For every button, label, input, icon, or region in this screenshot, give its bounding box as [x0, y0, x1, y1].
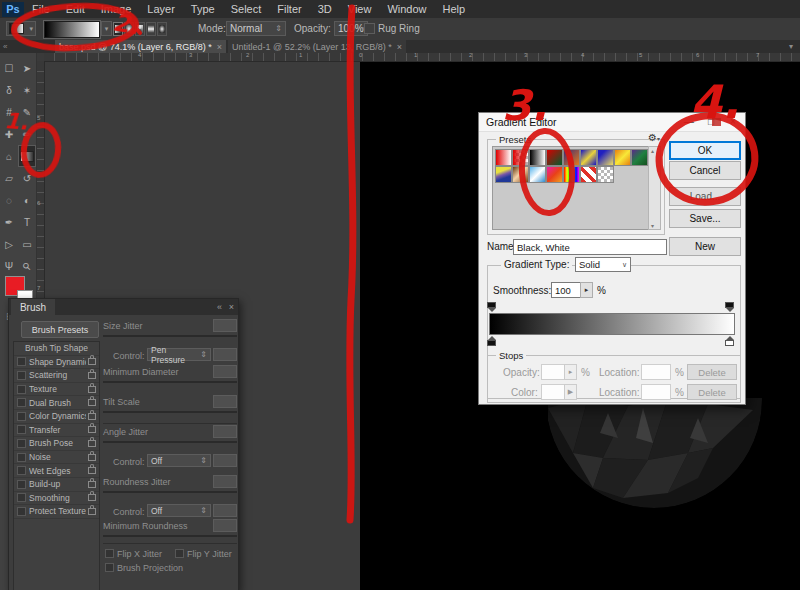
lock-icon[interactable] — [88, 494, 96, 501]
menu-select[interactable]: Select — [223, 0, 270, 18]
minimum-diameter-value[interactable] — [213, 365, 237, 378]
minimize-icon[interactable]: — — [681, 116, 697, 127]
scroll-up-icon[interactable]: ▴ — [651, 147, 654, 154]
lock-icon[interactable] — [88, 426, 96, 433]
gradient-preset-foreground-to-background[interactable] — [495, 149, 512, 166]
brush-setting-dual-brush[interactable]: Dual Brush — [14, 396, 99, 410]
brush-setting-protect-texture[interactable]: Protect Texture — [14, 505, 99, 519]
diamond-gradient-button[interactable] — [157, 22, 167, 36]
collapse-panel-icon[interactable]: « — [217, 302, 222, 312]
brush-setting-shape-dynamics[interactable]: Shape Dynamics — [14, 356, 99, 370]
checkbox[interactable] — [17, 507, 26, 516]
angle-gradient-button[interactable] — [135, 22, 145, 36]
move-tool-button[interactable]: ➤ — [18, 57, 36, 79]
gradient-tool-button[interactable] — [18, 145, 36, 167]
checkbox[interactable] — [17, 466, 26, 475]
menu-layer[interactable]: Layer — [139, 0, 183, 18]
gradient-preset-violet-green[interactable] — [631, 149, 648, 166]
healing-brush-tool-button[interactable]: ✚ — [0, 123, 18, 145]
size-jitter-value[interactable] — [213, 319, 237, 332]
control1-box[interactable] — [213, 348, 237, 361]
load-button[interactable]: Load... — [669, 187, 741, 206]
flip-x-jitter-checkbox[interactable] — [105, 549, 114, 558]
tab-close-icon[interactable]: × — [217, 42, 222, 52]
menu-type[interactable]: Type — [183, 0, 223, 18]
pen-tool-button[interactable]: ✒ — [0, 211, 18, 233]
brush-setting-smoothing[interactable]: Smoothing — [14, 492, 99, 506]
brush-setting-wet-edges[interactable]: Wet Edges — [14, 464, 99, 478]
stop-opacity-value[interactable] — [541, 364, 565, 380]
brush-setting-color-dynamics[interactable]: Color Dynamics — [14, 410, 99, 424]
lock-icon[interactable] — [88, 508, 96, 515]
shape-tool-button[interactable]: ▭ — [18, 233, 36, 255]
rug-ring-checkbox[interactable] — [364, 23, 375, 34]
checkbox[interactable] — [17, 439, 26, 448]
tool-preset-picker[interactable]: ▾ — [6, 21, 36, 36]
checkbox[interactable] — [17, 412, 26, 421]
gradient-picker-arrow[interactable]: ▾ — [101, 21, 112, 36]
collapse-panels-icon[interactable]: « — [3, 42, 7, 51]
quick-selection-tool-button[interactable]: ✶ — [18, 79, 36, 101]
opacity-stop-right[interactable] — [725, 302, 734, 312]
checkbox[interactable] — [17, 425, 26, 434]
roundness-jitter-slider[interactable] — [103, 491, 237, 493]
lock-icon[interactable] — [88, 358, 96, 365]
brush-tool-button[interactable]: ✏ — [18, 123, 36, 145]
menu-window[interactable]: Window — [379, 0, 434, 18]
gradient-preset-light-blue-white[interactable] — [529, 166, 546, 183]
size-jitter-slider[interactable] — [103, 335, 237, 337]
angle-jitter-value[interactable] — [213, 425, 237, 438]
minimum-roundness-value[interactable] — [213, 519, 237, 532]
control2-dropdown[interactable]: Off⇕ — [147, 454, 211, 467]
tilt-scale-slider[interactable] — [103, 411, 237, 413]
clone-stamp-tool-button[interactable]: ⌂ — [0, 145, 18, 167]
delete-opacity-stop-button[interactable]: Delete — [687, 364, 737, 380]
gradient-preset-red-green[interactable] — [546, 149, 563, 166]
gradient-preset-magenta-orange[interactable] — [546, 166, 563, 183]
checkbox[interactable] — [17, 493, 26, 502]
gradient-preset-chrome[interactable] — [495, 166, 512, 183]
tilt-scale-value[interactable] — [213, 395, 237, 408]
document-tab[interactable]: Untitled-1 @ 52.2% (Layer 13, RGB/8) *× — [228, 40, 406, 53]
brush-setting-noise[interactable]: Noise — [14, 451, 99, 465]
ok-button[interactable]: OK — [669, 141, 741, 160]
new-button[interactable]: New — [669, 237, 741, 256]
tab-brush[interactable]: Brush — [11, 299, 55, 315]
close-icon[interactable]: × — [725, 116, 741, 127]
menu-edit[interactable]: Edit — [58, 0, 93, 18]
name-input[interactable]: Black, White — [513, 239, 667, 255]
stop-color-arrow[interactable]: ▶ — [564, 384, 577, 400]
lock-icon[interactable] — [88, 399, 96, 406]
gear-icon[interactable]: ⚙▾ — [648, 132, 660, 143]
history-brush-tool-button[interactable]: ↺ — [18, 167, 36, 189]
smoothness-arrow[interactable]: ▸ — [580, 282, 593, 298]
gradient-bar[interactable] — [489, 313, 735, 335]
flip-y-jitter-checkbox[interactable] — [175, 549, 184, 558]
brush-presets-button[interactable]: Brush Presets — [21, 321, 99, 338]
checkbox[interactable] — [17, 453, 26, 462]
opacity-stop-left[interactable] — [487, 302, 496, 312]
stop-location-value2[interactable] — [641, 384, 671, 400]
stop-color-swatch[interactable] — [541, 384, 565, 400]
color-stop-right[interactable] — [725, 336, 734, 346]
checkbox[interactable] — [17, 371, 26, 380]
color-stop-left[interactable] — [487, 336, 496, 346]
menu-3d[interactable]: 3D — [310, 0, 340, 18]
hand-tool-button[interactable]: Ψ — [0, 255, 18, 277]
close-panel-icon[interactable]: × — [229, 302, 234, 312]
zoom-tool-button[interactable]: ⚲ — [18, 255, 36, 277]
brush-setting-build-up[interactable]: Build-up — [14, 478, 99, 492]
radial-gradient-button[interactable] — [124, 22, 134, 36]
dialog-titlebar[interactable]: Gradient Editor — □ × — [479, 113, 745, 132]
minimum-roundness-slider[interactable] — [103, 535, 237, 537]
eyedropper-tool-button[interactable]: ✎ — [18, 101, 36, 123]
opacity-value[interactable]: 100% ▾ — [334, 21, 368, 36]
menu-filter[interactable]: Filter — [269, 0, 309, 18]
checkbox[interactable] — [17, 480, 26, 489]
presets-scrollbar[interactable]: ▴ ▾ — [648, 146, 661, 230]
roundness-jitter-value[interactable] — [213, 475, 237, 488]
tab-overflow-icon[interactable]: ▾ — [789, 42, 793, 51]
minimum-diameter-slider[interactable] — [103, 381, 237, 383]
angle-jitter-slider[interactable] — [103, 441, 237, 443]
gradient-preset-foreground-to-transparent[interactable] — [512, 149, 529, 166]
